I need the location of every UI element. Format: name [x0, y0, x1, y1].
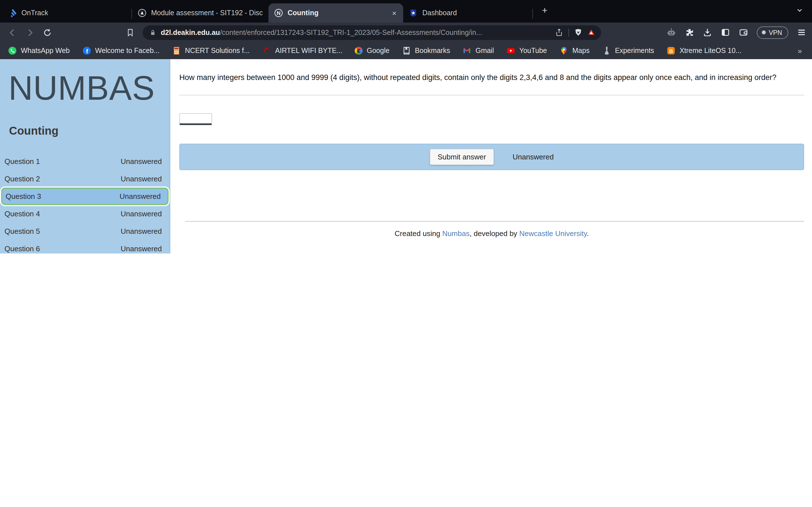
- tab-ontrack[interactable]: OnTrack: [0, 3, 132, 22]
- bookmark-label: YouTube: [519, 47, 547, 55]
- bookmark-airtel[interactable]: AIRTEL WIFI BYTE...: [262, 46, 343, 55]
- url-path: /content/enforced/1317243-SIT192_TRI-1_2…: [220, 29, 555, 36]
- blogger-icon: B: [666, 46, 675, 55]
- brave-shield-icon[interactable]: [574, 28, 582, 37]
- bookmark-whatsapp[interactable]: WhatsApp Web: [8, 46, 70, 55]
- bookmarks-overflow-chevron[interactable]: »: [798, 47, 806, 55]
- bookmark-label: Experiments: [615, 47, 654, 55]
- back-icon[interactable]: [8, 28, 17, 37]
- extensions-puzzle-icon[interactable]: [685, 27, 695, 37]
- sidebar-item-question-5[interactable]: Question 5 Unanswered: [0, 223, 170, 240]
- facebook-icon: f: [82, 46, 91, 55]
- lock-icon: [149, 29, 157, 36]
- ncert-book-icon: [172, 46, 181, 55]
- bookmark-label: Gmail: [475, 47, 494, 55]
- wallet-icon[interactable]: [739, 27, 749, 37]
- bookmark-label: Welcome to Faceb...: [95, 47, 160, 55]
- sidebar-item-question-4[interactable]: Question 4 Unanswered: [0, 205, 170, 223]
- whatsapp-icon: [8, 46, 17, 55]
- close-icon[interactable]: ×: [391, 9, 398, 17]
- forward-icon[interactable]: [26, 28, 35, 37]
- sidebar-item-question-3-current[interactable]: Question 3 Unanswered: [1, 187, 168, 205]
- sidebar-item-question-1[interactable]: Question 1 Unanswered: [0, 153, 170, 170]
- answer-input[interactable]: [179, 113, 212, 125]
- question-label: Question 3: [6, 192, 41, 201]
- question-label: Question 4: [4, 210, 40, 218]
- submit-answer-button[interactable]: Submit answer: [430, 149, 494, 165]
- sidebar-item-question-6[interactable]: Question 6 Unanswered: [0, 240, 170, 253]
- bookmark-xtreme-liteos[interactable]: B Xtreme LiteOS 10...: [666, 46, 742, 55]
- question-status: Unanswered: [121, 210, 162, 218]
- menu-icon[interactable]: [797, 27, 806, 37]
- bookmark-facebook[interactable]: f Welcome to Faceb...: [82, 46, 160, 55]
- tab-ontrack-label: OnTrack: [21, 9, 48, 17]
- bookmarks-bar: WhatsApp Web f Welcome to Faceb... NCERT…: [0, 42, 812, 59]
- bookmark-label: Bookmarks: [415, 47, 450, 55]
- google-icon: [355, 47, 363, 55]
- question-divider: [179, 95, 804, 96]
- question-label: Question 5: [4, 227, 40, 235]
- answer-status-label: Unanswered: [513, 153, 554, 161]
- reload-icon[interactable]: [43, 28, 52, 37]
- sidebar-item-question-2[interactable]: Question 2 Unanswered: [0, 170, 170, 187]
- newcastle-university-link[interactable]: Newcastle University: [519, 229, 587, 238]
- chevron-down-icon: [796, 6, 804, 14]
- bookmark-label: WhatsApp Web: [21, 47, 70, 55]
- urlbar-divider: [568, 29, 569, 36]
- question-label: Question 2: [4, 175, 40, 183]
- bookmark-bookmarks[interactable]: Bookmarks: [402, 46, 450, 55]
- numbas-link[interactable]: Numbas: [442, 229, 470, 238]
- bookmark-label: AIRTEL WIFI BYTE...: [275, 47, 343, 55]
- vpn-status-dot: [762, 31, 766, 34]
- footer-text: .: [587, 229, 589, 238]
- url-bar[interactable]: d2l.deakin.edu.au /content/enforced/1317…: [143, 25, 601, 40]
- bookmark-youtube[interactable]: YouTube: [506, 46, 547, 55]
- footer-text: , developed by: [469, 229, 519, 238]
- tab-module-assessment[interactable]: Module assessment - SIT192 - Disc: [132, 3, 268, 22]
- bookmark-ncert[interactable]: NCERT Solutions f...: [172, 46, 250, 55]
- tab-search-chevron[interactable]: [796, 6, 812, 16]
- flask-icon: [602, 46, 611, 55]
- gmail-icon: [462, 46, 471, 55]
- tab-dashboard[interactable]: ★ Dashboard: [403, 3, 532, 22]
- ontrack-favicon: [8, 8, 17, 17]
- tab-dashboard-label: Dashboard: [422, 9, 457, 17]
- question-status: Unanswered: [119, 192, 161, 201]
- robot-extension-icon[interactable]: [667, 27, 676, 37]
- bookmark-label: Maps: [572, 47, 590, 55]
- d2l-favicon: [138, 8, 147, 17]
- svg-text:B: B: [669, 48, 673, 54]
- question-status: Unanswered: [121, 244, 162, 253]
- question-label: Question 1: [4, 157, 40, 166]
- sidebar-panel-icon[interactable]: [721, 27, 730, 37]
- new-tab-button[interactable]: +: [533, 5, 548, 17]
- footer-text: Created using: [395, 229, 442, 238]
- question-area: How many integers between 1000 and 9999 …: [170, 59, 812, 253]
- bookmark-experiments[interactable]: Experiments: [602, 46, 654, 55]
- svg-text:★: ★: [411, 10, 416, 16]
- numbas-logo: NUMBAS: [8, 71, 170, 105]
- airtel-icon: [262, 46, 271, 55]
- toolbar-extension-icons: VPN: [667, 26, 806, 39]
- vpn-label: VPN: [769, 29, 782, 36]
- numbas-favicon: N: [274, 8, 283, 17]
- share-icon[interactable]: [555, 28, 563, 37]
- book-icon: [402, 46, 411, 55]
- url-domain: d2l.deakin.edu.au: [161, 29, 220, 36]
- address-toolbar: d2l.deakin.edu.au /content/enforced/1317…: [0, 22, 812, 42]
- tab-counting-active[interactable]: N Counting ×: [268, 3, 403, 22]
- downloads-icon[interactable]: [703, 27, 712, 37]
- question-status: Unanswered: [121, 175, 162, 183]
- submit-bar: Submit answer Unanswered: [179, 144, 804, 170]
- bookmark-maps[interactable]: Maps: [559, 46, 590, 55]
- bookmark-flag-icon[interactable]: [126, 28, 135, 37]
- bookmark-label: Xtreme LiteOS 10...: [679, 47, 742, 55]
- brave-rewards-icon[interactable]: [587, 28, 596, 37]
- bookmark-google[interactable]: Google: [355, 47, 390, 55]
- dashboard-favicon: ★: [409, 8, 418, 17]
- bookmark-label: Google: [367, 47, 390, 55]
- browser-window: OnTrack Module assessment - SIT192 - Dis…: [0, 0, 812, 253]
- exam-title: Counting: [9, 124, 170, 137]
- bookmark-gmail[interactable]: Gmail: [462, 46, 494, 55]
- vpn-button[interactable]: VPN: [757, 26, 788, 39]
